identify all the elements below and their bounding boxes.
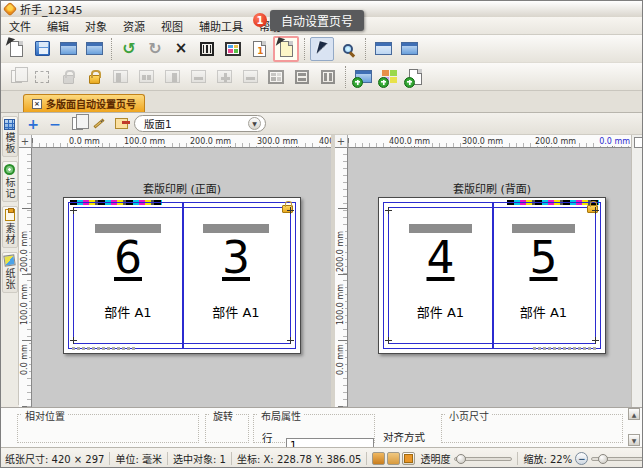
menu-resource[interactable]: 资源 [115,16,153,36]
layout-toolbar: + − 版面1 ▼ [19,113,642,135]
sidebar-item-template[interactable]: 模板 [2,116,18,157]
sidebar-label: 纸张 [2,268,17,290]
horizontal-ruler: 400.0 mm 300.0 mm 200.0 mm 100.0 mm 0.0 … [348,135,631,148]
zoom-out-button[interactable]: − [575,452,588,465]
page-mini-icon[interactable] [634,137,643,148]
add-page-icon[interactable] [403,65,427,89]
toolbar-separator [365,38,366,60]
align-right-icon[interactable] [238,65,262,89]
merge-cells-icon[interactable] [264,65,288,89]
save-icon[interactable] [30,37,54,61]
select-tool-icon[interactable] [310,37,334,61]
auto-set-page-number-icon[interactable] [273,36,299,62]
page-cell[interactable]: 5 部件 A1 [493,208,594,343]
group-relative-position: 相对位置 [17,414,199,443]
selected-count-status: 选中对象: 1 [173,451,226,466]
ruler-tick-label: 100.0 mm [20,283,29,326]
columns-icon[interactable] [195,37,219,61]
back-view-icon[interactable] [387,452,400,465]
flip-horizontal-icon[interactable] [108,65,132,89]
group-label: 布局属性 [258,408,304,423]
ruler-origin-icon[interactable]: + [19,135,32,148]
slug-line [533,347,597,350]
page-number: 5 [493,235,594,281]
ruler-origin-icon[interactable]: + [335,135,348,148]
ruler-tick-label: 400.0 mm [318,137,331,146]
menu-tools[interactable]: 辅助工具 [191,16,251,36]
page-cell[interactable]: 3 部件 A1 [183,208,289,343]
pane-canvas[interactable]: 套版印刷 (正面) 6 部件 A1 [32,148,331,407]
unlock-icon[interactable] [82,65,106,89]
import-layout-icon[interactable] [56,37,80,61]
page-cell[interactable]: 4 部件 A1 [390,208,491,343]
horizontal-ruler: 0.0 mm 100.0 mm 200.0 mm 300.0 mm 400.0 … [32,135,331,148]
new-document-icon[interactable] [4,37,28,61]
page-number: 6 [75,235,181,281]
sidebar-item-paper[interactable]: 纸张 [2,252,18,293]
part-label: 部件 A1 [493,302,594,321]
ruler-tick-label: 100.0 mm [336,283,345,326]
align-mode-label: 对齐方式 [383,429,425,444]
opacity-slider[interactable] [454,457,512,461]
remove-layout-icon[interactable]: − [46,115,64,133]
add-template-icon[interactable] [351,65,375,89]
scroll-down-icon[interactable]: ▼ [628,434,640,446]
tab-auto-set-page-number[interactable]: × 多版面自动设置页号 [23,94,145,112]
clipboard-icon [5,209,15,221]
align-left-icon[interactable] [186,65,210,89]
zoom-slider[interactable] [591,457,643,461]
pane-canvas[interactable]: 套版印刷 (背面) 4 部件 A1 [348,148,631,407]
add-layout-icon[interactable]: + [24,115,42,133]
menu-view[interactable]: 视图 [153,16,191,36]
group-label: 小页尺寸 [446,408,492,423]
export-layout-icon[interactable] [82,37,106,61]
scroll-up-icon[interactable]: ▲ [628,408,640,420]
edit-layout-icon[interactable] [90,115,108,133]
export-layout-list-icon[interactable] [112,115,130,133]
sheet-back: 4 部件 A1 5 部件 A1 [378,197,606,354]
menu-object[interactable]: 对象 [77,16,115,36]
panel-scrollbar[interactable]: ▲ ▼ [628,407,641,447]
tab-close-icon[interactable]: × [32,99,42,109]
swap-icon[interactable] [160,65,184,89]
lock-icon[interactable] [56,65,80,89]
copy-layout-icon[interactable] [68,115,86,133]
front-view-icon[interactable] [372,452,385,465]
pane-back: + 400.0 mm 300.0 mm 200.0 mm 100.0 mm 0.… [335,135,631,407]
redo-icon[interactable]: ↻ [143,37,167,61]
sidebar-item-marks[interactable]: 标记 [2,161,18,202]
menu-file[interactable]: 文件 [1,16,39,36]
undo-icon[interactable]: ↺ [117,37,141,61]
ruler-tick-label: 200.0 mm [20,230,29,273]
vertical-ruler: 200.0 mm 100.0 mm 0.0 mm [19,148,32,407]
app-icon [3,2,17,16]
zoom-tool-icon[interactable] [336,37,360,61]
sheet-title: 套版印刷 (正面) [63,180,301,196]
columns2-icon[interactable] [316,65,340,89]
chevron-down-icon[interactable]: ▼ [248,117,261,130]
unit-status: 单位: 毫米 [115,451,162,466]
page-number: 4 [390,235,491,281]
group-icon[interactable] [4,65,28,89]
ruler-tick-label: 0.0 mm [20,343,29,376]
menu-edit[interactable]: 编辑 [39,16,77,36]
delete-icon[interactable]: × [169,37,193,61]
flip-vertical-icon[interactable] [134,65,158,89]
sidebar-item-material[interactable]: 素材 [2,206,18,248]
marquee-icon[interactable] [30,65,54,89]
both-view-icon[interactable] [402,452,415,465]
layout-select[interactable]: 版面1 ▼ [134,115,266,132]
toolbar-separator [111,38,112,60]
pages-grid-icon[interactable] [221,37,245,61]
add-parts-icon[interactable] [377,65,401,89]
right-scroll-strip[interactable] [631,135,643,407]
vertical-ruler: 200.0 mm 100.0 mm 0.0 mm [335,148,348,407]
preview-icon[interactable] [397,37,421,61]
align-center-icon[interactable] [212,65,236,89]
page-number-icon[interactable]: 1 [247,37,271,61]
fit-view-icon[interactable] [371,37,395,61]
rows-icon[interactable] [290,65,314,89]
grid-icon [4,119,15,130]
page-cell[interactable]: 6 部件 A1 [75,208,181,343]
left-sidebar: 模板 标记 素材 纸张 [1,113,19,405]
